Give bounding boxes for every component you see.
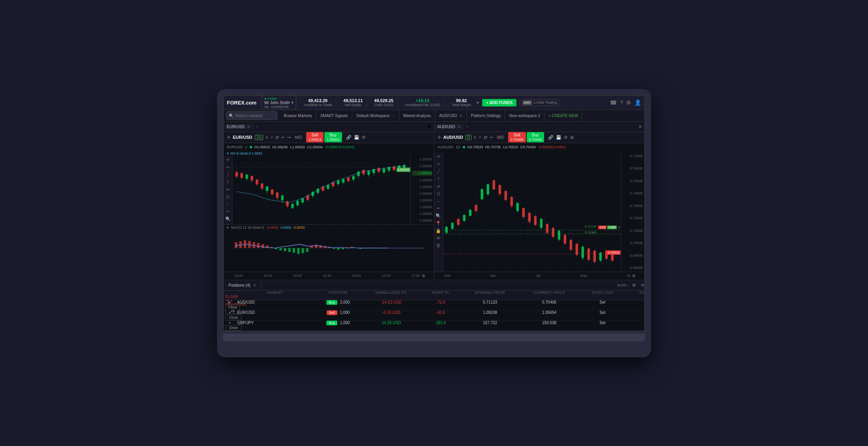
expand-icon[interactable]: ▶ — [228, 300, 231, 304]
td-expand-gbp[interactable]: ▾ — [224, 321, 236, 325]
tab-aud-usd-close-icon[interactable]: ✕ — [459, 114, 462, 118]
audusd-layers-icon[interactable]: ⊞ — [570, 135, 574, 140]
svg-rect-78 — [257, 243, 260, 248]
text-tool[interactable]: T — [226, 180, 229, 185]
td-action-gbp[interactable]: Close — [224, 325, 236, 330]
audusd-pencil-tool[interactable]: ✏ — [437, 206, 440, 211]
audusd-canvas[interactable]: -6.83 1 000 ✕ 0.71176 0.71089 0.70430 — [443, 153, 621, 272]
audusd-chart-settings-icon[interactable]: ⚙ — [632, 274, 636, 278]
zoom-tool[interactable]: 🔍 — [225, 216, 231, 222]
audusd-undo-icon[interactable]: ↩ — [490, 135, 493, 140]
audusd-lock-tool[interactable]: 🔒 — [436, 228, 441, 233]
td-expand-aud[interactable]: ▶ — [224, 300, 236, 304]
eurusd-time-axis: 14:00 14:30 15:00 15:30 16:00 16:30 17:0… — [224, 272, 434, 280]
audusd-save-icon[interactable]: 💾 — [556, 135, 561, 140]
audusd-eye-tool[interactable]: 👁 — [436, 236, 441, 241]
panel-close-button[interactable]: ✕ — [427, 123, 434, 131]
tab-aud-usd[interactable]: AUD/USD ✕ — [435, 110, 467, 121]
add-indicator-icon[interactable]: + — [271, 135, 273, 140]
one-click-trading-toggle[interactable]: OFF 1-Click Trading — [520, 99, 560, 106]
crosshair-icon[interactable]: ✛ — [227, 135, 230, 140]
chart-settings-icon[interactable]: ⚙ — [422, 274, 425, 278]
audusd-settings-icon[interactable]: ⚙ — [564, 135, 568, 140]
order-close-icon[interactable]: ✕ — [617, 226, 621, 230]
td-expand-eur[interactable]: ▾ — [224, 310, 236, 315]
phone-icon[interactable]: ☎ — [610, 99, 617, 106]
eurusd-settings-icon[interactable]: ⚙ — [362, 135, 366, 140]
redo-icon[interactable]: ↪ — [287, 135, 291, 140]
close-button-gbp[interactable]: Close — [225, 325, 241, 330]
close-button-eur[interactable]: Close — [225, 315, 241, 320]
audusd-compare-icon[interactable]: ⇄ — [484, 135, 487, 140]
account-selector[interactable]: ● Active Mr John Smith No. 123456789 ▾ — [262, 95, 296, 110]
positions-tab-close-icon[interactable]: ✕ — [253, 283, 256, 287]
table-row: ▶ AUD/USD Buy 2,000 -14.53 USD -72.6 0.7… — [224, 300, 644, 310]
trendline-tool[interactable]: ╱ — [226, 172, 229, 177]
search-markets-box[interactable]: 🔍 — [226, 111, 277, 120]
audusd-add-chart-icon[interactable]: + — [464, 125, 471, 129]
draw-tool[interactable]: ✏ — [226, 165, 230, 170]
audusd-crosshair-icon[interactable]: ✛ — [438, 135, 441, 140]
pencil-tool[interactable]: ✏ — [226, 209, 230, 214]
tab-default-workspace[interactable]: Default Workspace ⋯ — [352, 110, 399, 121]
positions-panel-close-button[interactable]: ✕ — [641, 283, 644, 288]
positions-tab[interactable]: Positions (4) ✕ — [224, 280, 261, 290]
audusd-panel-tab[interactable]: AUD/USD ✕ — [434, 124, 464, 130]
audusd-trendline-tool[interactable]: ╱ — [437, 169, 440, 174]
tab-platform-settings[interactable]: Platform Settings — [467, 110, 505, 121]
add-chart-icon[interactable]: + — [253, 125, 260, 129]
add-funds-button[interactable]: + ADD FUNDS — [482, 99, 516, 106]
audusd-buy-button[interactable]: Buy0.70446 — [527, 132, 544, 142]
audusd-cursor-tool[interactable]: ✛ — [437, 154, 440, 159]
eurusd-panel-close-icon[interactable]: ✕ — [247, 125, 250, 129]
cursor-tool[interactable]: ✛ — [226, 157, 230, 162]
create-new-tab-button[interactable]: + CREATE NEW — [544, 110, 582, 121]
tab-market-analysis[interactable]: Market Analysis — [399, 110, 435, 121]
eurusd-timeframe[interactable]: 1m — [255, 135, 264, 140]
audusd-measure-tool[interactable]: ⊡ — [437, 191, 440, 196]
positions-settings-icon[interactable]: ⚙ — [632, 283, 636, 288]
audusd-timeframe[interactable]: D — [466, 135, 471, 140]
audusd-fib-tool[interactable]: ⇌ — [437, 184, 440, 189]
td-action-eur[interactable]: Close — [224, 315, 236, 320]
link-icon[interactable]: 🔗 — [346, 135, 352, 140]
audusd-zoom-tool[interactable]: 🔍 — [436, 213, 441, 218]
eurusd-panel-tab[interactable]: EUR/USD ✕ — [224, 124, 253, 130]
save-icon[interactable]: 💾 — [354, 135, 359, 140]
audusd-link-icon[interactable]: 🔗 — [548, 135, 554, 140]
td-direction-gbp: Buy 1,000 — [314, 321, 362, 325]
help-icon[interactable]: ? — [620, 99, 623, 106]
eurusd-buy-button[interactable]: Buy1.05654 — [324, 132, 342, 142]
settings-icon[interactable]: ⚙ — [626, 99, 631, 106]
tab-new-workspace-2[interactable]: New workspace 2 — [505, 110, 544, 121]
eurusd-sell-button[interactable]: Sell1.05614 — [306, 132, 324, 142]
measure-tool[interactable]: ⊡ — [226, 194, 230, 200]
audusd-sell-button[interactable]: Sell0.70406 — [508, 132, 526, 142]
bar-type-icon[interactable]: ≡ — [266, 135, 268, 140]
back-tool[interactable]: ← — [226, 202, 230, 207]
expand-icon[interactable]: ▾ — [229, 321, 231, 325]
audusd-draw-tool[interactable]: ✏ — [437, 162, 440, 167]
tab-browse-markets[interactable]: Browse Markets — [280, 110, 316, 121]
fib-tool[interactable]: ⇌ — [226, 187, 230, 192]
audusd-panel-close-btn[interactable]: ✕ — [638, 124, 644, 129]
eurusd-canvas[interactable]: 1.05734 — [232, 156, 410, 224]
macd-collapse-icon[interactable]: ▾ — [227, 226, 229, 230]
user-icon[interactable]: 👤 — [634, 99, 641, 106]
svg-rect-167 — [587, 248, 589, 259]
xlsx-export-button[interactable]: XLXS ↓ — [617, 283, 629, 287]
undo-icon[interactable]: ↩ — [281, 135, 285, 140]
margin-chevron[interactable]: ▾ — [477, 100, 479, 105]
audusd-pin-tool[interactable]: 📍 — [436, 221, 441, 226]
audusd-delete-tool[interactable]: 🗑 — [436, 243, 441, 248]
audusd-back-tool[interactable]: ← — [436, 199, 441, 203]
expand-icon[interactable]: ▾ — [229, 310, 231, 315]
compare-icon[interactable]: ⇄ — [275, 135, 279, 140]
search-markets-input[interactable] — [235, 114, 275, 118]
audusd-panel-close-icon[interactable]: ✕ — [458, 125, 461, 129]
audusd-text-tool[interactable]: T — [437, 177, 440, 181]
audusd-bar-type-icon[interactable]: ≡ — [474, 135, 476, 140]
tab-smart-signals[interactable]: SMART Signals — [316, 110, 352, 121]
tab-options-icon[interactable]: ⋯ — [391, 114, 395, 118]
audusd-add-indicator-icon[interactable]: + — [479, 135, 481, 140]
